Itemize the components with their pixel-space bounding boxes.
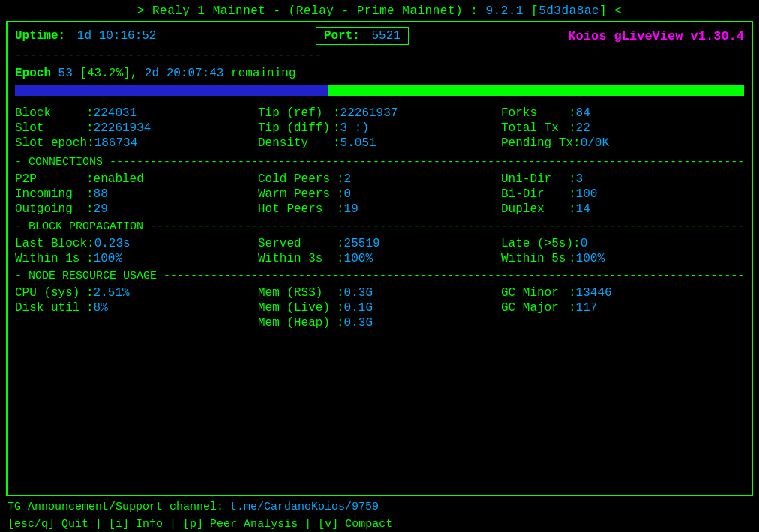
header-row: Uptime: 1d 10:16:52 Port: 5521 Koios gLi… xyxy=(15,27,744,45)
stat-density-label: Density xyxy=(258,136,333,150)
nr-cpu-label: CPU (sys) xyxy=(15,286,86,300)
node-res-grid: CPU (sys) : 2.51% Mem (RSS) : 0.3G GC Mi… xyxy=(15,285,744,330)
stat-slot: Slot : 22261934 xyxy=(15,121,258,135)
epoch-time: 2d 20:07:43 xyxy=(145,67,224,80)
epoch-bracket: [ xyxy=(73,67,87,80)
nr-gc-major: GC Major : 117 xyxy=(501,301,744,315)
conn-cold-peers: Cold Peers : 2 xyxy=(258,172,501,186)
tg-link: t.me/CardanoKoios/9759 xyxy=(230,501,379,513)
conn-p2p-label: P2P xyxy=(15,172,86,186)
bp-served-value: 25519 xyxy=(344,237,380,250)
keybind-bar: [esc/q] Quit | [i] Info | [p] Peer Analy… xyxy=(8,518,752,531)
bp-within-1s-label: Within 1s xyxy=(15,252,86,265)
commit-hash: 5d3da8ac xyxy=(538,4,599,18)
title-prefix: > xyxy=(137,4,152,18)
conn-bi-dir-label: Bi-Dir xyxy=(501,187,568,201)
conn-bi-dir: Bi-Dir : 100 xyxy=(501,187,744,201)
progress-filled xyxy=(15,85,328,96)
keybind-sep2: | xyxy=(170,518,183,531)
connections-header: - CONNECTIONS --------------------------… xyxy=(15,156,744,169)
stats-grid: Block : 224031 Tip (ref) : 22261937 Fork… xyxy=(15,106,744,151)
stat-total-tx: Total Tx : 22 xyxy=(501,121,744,135)
uptime-value: 1d 10:16:52 xyxy=(77,29,157,43)
stat-slot-label: Slot xyxy=(15,121,86,135)
stat-density: Density : 5.051 xyxy=(258,136,501,150)
block-prop-grid: Last Block : 0.23s Served : 25519 Late (… xyxy=(15,236,744,266)
tg-text: TG Announcement/Support channel: xyxy=(8,501,230,513)
conn-p2p: P2P : enabled xyxy=(15,172,258,186)
epoch-bracket-close: ], xyxy=(123,67,145,80)
nr-empty xyxy=(15,315,258,330)
nr-gc-major-value: 117 xyxy=(576,301,598,315)
nr-mem-heap: Mem (Heap) : 0.3G xyxy=(258,316,501,330)
stat-tip-diff-label: Tip (diff) xyxy=(258,121,333,135)
stat-pending-tx-label: Pending Tx xyxy=(501,136,573,150)
nr-gc-minor-value: 13446 xyxy=(576,286,612,300)
nr-mem-live-label: Mem (Live) xyxy=(258,301,337,315)
block-prop-header: - BLOCK PROPAGATION --------------------… xyxy=(15,220,744,233)
stat-forks: Forks : 84 xyxy=(501,106,744,120)
conn-outgoing-value: 29 xyxy=(94,202,108,216)
nr-gc-minor-label: GC Minor xyxy=(501,286,568,300)
port-label: Port: xyxy=(324,29,360,43)
stat-pending-tx-value: 0/0K xyxy=(580,136,609,150)
nr-mem-heap-label: Mem (Heap) xyxy=(258,316,337,330)
koios-title: Koios gLiveView v1.30.4 xyxy=(568,29,744,43)
keybind-sep3: | xyxy=(304,518,318,531)
conn-duplex-value: 14 xyxy=(576,202,590,216)
version: 9.2.1 xyxy=(485,4,524,18)
uptime-label: Uptime: xyxy=(15,29,65,43)
stat-forks-value: 84 xyxy=(576,106,590,120)
nr-mem-rss-value: 0.3G xyxy=(344,286,373,300)
keybind-info[interactable]: [i] Info xyxy=(109,518,163,531)
keybind-quit[interactable]: [esc/q] Quit xyxy=(8,518,88,531)
nr-cpu-value: 2.51% xyxy=(94,286,130,300)
bp-last-block-value: 0.23s xyxy=(94,237,130,250)
port-value: 5521 xyxy=(372,29,400,43)
conn-warm-peers-label: Warm Peers xyxy=(258,187,337,201)
title-middle: - (Relay - Prime Mainnet) : xyxy=(266,4,485,18)
stat-pending-tx: Pending Tx : 0/0K xyxy=(501,136,744,150)
bp-within-3s-value: 100% xyxy=(344,252,373,265)
relay-name: Realy 1 Mainnet xyxy=(152,4,266,18)
conn-cold-peers-label: Cold Peers xyxy=(258,172,337,186)
port-section: Port: 5521 xyxy=(316,27,409,45)
bp-within-5s-label: Within 5s xyxy=(501,252,568,265)
conn-duplex-label: Duplex xyxy=(501,202,568,216)
keybind-sep1: | xyxy=(95,518,109,531)
keybind-compact[interactable]: [v] Compact xyxy=(318,518,392,531)
conn-warm-peers-value: 0 xyxy=(344,187,352,201)
nr-gc-minor: GC Minor : 13446 xyxy=(501,286,744,300)
conn-warm-peers: Warm Peers : 0 xyxy=(258,187,501,201)
keybind-peer[interactable]: [p] Peer Analysis xyxy=(183,518,298,531)
nr-disk-value: 8% xyxy=(94,301,108,315)
bp-last-block: Last Block : 0.23s xyxy=(15,237,258,250)
conn-bi-dir-value: 100 xyxy=(576,187,598,201)
bp-served: Served : 25519 xyxy=(258,237,501,250)
nr-disk-label: Disk util xyxy=(15,301,86,315)
main-box: Uptime: 1d 10:16:52 Port: 5521 Koios gLi… xyxy=(6,21,753,496)
nr-mem-live: Mem (Live) : 0.1G xyxy=(258,301,501,315)
bp-within-3s: Within 3s : 100% xyxy=(258,252,501,265)
conn-uni-dir: Uni-Dir : 3 xyxy=(501,172,744,186)
bp-within-1s-value: 100% xyxy=(94,252,122,265)
conn-incoming-value: 88 xyxy=(94,187,108,201)
stat-slot-epoch: Slot epoch : 186734 xyxy=(15,136,258,150)
stat-tip-diff-value: 3 :) xyxy=(340,121,369,135)
conn-uni-dir-label: Uni-Dir xyxy=(501,172,568,186)
terminal: > Realy 1 Mainnet - (Relay - Prime Mainn… xyxy=(0,0,759,532)
epoch-label: Epoch xyxy=(15,67,58,80)
title-bracket-close: ] < xyxy=(599,4,622,18)
epoch-number: 53 xyxy=(58,67,73,80)
conn-hot-peers-label: Hot Peers xyxy=(258,202,337,216)
bottom-bar: TG Announcement/Support channel: t.me/Ca… xyxy=(0,496,759,532)
tg-announcement: TG Announcement/Support channel: t.me/Ca… xyxy=(8,501,752,513)
bp-within-3s-label: Within 3s xyxy=(258,252,337,265)
bp-within-5s-value: 100% xyxy=(576,252,604,265)
nr-gc-major-label: GC Major xyxy=(501,301,568,315)
stat-tip-diff: Tip (diff) : 3 :) xyxy=(258,121,501,135)
header-divider: ----------------------------------------… xyxy=(15,49,744,62)
stat-block-label: Block xyxy=(15,106,86,120)
stat-slot-value: 22261934 xyxy=(94,121,152,135)
stat-block: Block : 224031 xyxy=(15,106,258,120)
